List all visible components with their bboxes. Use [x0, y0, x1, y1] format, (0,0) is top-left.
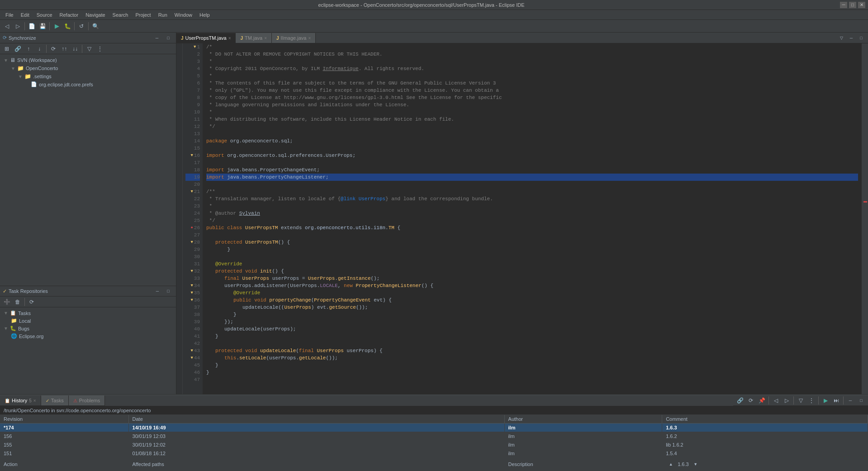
task-minimize-button[interactable]: ─: [152, 286, 162, 296]
menu-item-source[interactable]: Source: [33, 11, 56, 19]
svn-tree-root[interactable]: ▼ 🖥 SVN (Workspace): [2, 56, 174, 64]
editor-maximize-btn[interactable]: □: [856, 33, 866, 43]
openconcerto-chevron[interactable]: ▼: [11, 66, 15, 71]
history-tb-next[interactable]: ▷: [782, 396, 792, 405]
settings-item[interactable]: ▼ 📁 .settings: [16, 72, 174, 80]
tab-close-iimage[interactable]: ×: [308, 36, 311, 41]
history-tb-filter[interactable]: ▽: [796, 396, 806, 405]
code-line-46: }: [206, 369, 858, 376]
comment-arrow-down[interactable]: ▼: [691, 459, 701, 469]
history-row-174[interactable]: *174 14/10/19 16:49 ilm 1.6.3: [0, 424, 868, 432]
prefs-file-item[interactable]: 📄 org.eclipse.jdt.core.prefs: [24, 80, 174, 88]
tasks-tab[interactable]: ✓ Tasks: [41, 396, 69, 405]
menu-item-run[interactable]: Run: [155, 11, 171, 19]
menu-item-refactor[interactable]: Refactor: [56, 11, 82, 19]
code-line-19: import java.beans.PropertyChangeListener…: [206, 174, 858, 181]
svn-tb-update[interactable]: ↓↓: [70, 44, 80, 54]
comment-174: 1.6.3: [662, 424, 868, 432]
history-tb-skip[interactable]: ⏭: [831, 396, 841, 405]
svn-tb-sync[interactable]: ⟳: [48, 44, 58, 54]
local-item[interactable]: 📁 Local: [9, 317, 174, 325]
svn-tb-link[interactable]: 🔗: [13, 44, 23, 54]
task-tb-sep: [24, 298, 25, 306]
toolbar-btn-run[interactable]: ▶: [52, 21, 62, 31]
history-row-156[interactable]: 156 30/01/19 12:03 ilm 1.6.2: [0, 432, 868, 441]
editor-tabs-overflow[interactable]: ▽: [836, 33, 846, 43]
svn-tb-commit[interactable]: ↑↑: [59, 44, 69, 54]
task-panel-header: ✓ Task Repositories ─ □: [0, 286, 176, 297]
svn-tb-collapse[interactable]: ⊞: [2, 44, 12, 54]
svn-root-icon: 🖥: [10, 57, 15, 63]
menu-item-help[interactable]: Help: [196, 11, 213, 19]
svn-tree-children: ▼ 📁 OpenConcerto ▼ 📁 .settings: [9, 64, 174, 88]
history-tb-pin[interactable]: 📌: [757, 396, 767, 405]
history-tb-sync[interactable]: ⟳: [746, 396, 756, 405]
task-tb-sync[interactable]: ⟳: [27, 297, 37, 307]
close-button[interactable]: ✕: [858, 2, 865, 8]
history-tb-more[interactable]: ⋮: [806, 396, 816, 405]
svn-tb-more[interactable]: ⋮: [95, 44, 105, 54]
history-row-155[interactable]: 155 30/01/19 12:02 ilm lib 1.6.2: [0, 441, 868, 449]
svn-maximize-button[interactable]: □: [163, 33, 173, 43]
menu-item-project[interactable]: Project: [132, 11, 154, 19]
task-tb-new[interactable]: ➕: [2, 297, 12, 307]
history-table[interactable]: Revision Date Author Comment *174 14/10/…: [0, 415, 868, 471]
problems-tab[interactable]: ⚠ Problems: [69, 396, 105, 405]
editor-tab-userprops[interactable]: J UserPropsTM.java ×: [176, 33, 236, 43]
bottom-minimize-btn[interactable]: ─: [845, 396, 855, 405]
prefs-file-icon: 📄: [31, 81, 37, 87]
bottom-maximize-btn[interactable]: □: [856, 396, 866, 405]
history-tb-play[interactable]: ▶: [821, 396, 830, 405]
menu-item-search[interactable]: Search: [109, 11, 132, 19]
editor-content[interactable]: ▼1 2 3 4 5 6 7 8 9 10 11 12 13 14: [176, 43, 868, 394]
toolbar-btn-search[interactable]: 🔍: [90, 21, 100, 31]
editor-tab-tm[interactable]: J TM.java ×: [236, 33, 272, 43]
history-tb-prev[interactable]: ◁: [771, 396, 781, 405]
code-line-38: }: [206, 311, 858, 318]
bugs-root[interactable]: ▼ 🐛 Bugs: [2, 325, 174, 332]
toolbar-btn-debug[interactable]: 🐛: [62, 21, 72, 31]
svn-tb-down[interactable]: ↓: [34, 44, 44, 54]
right-gutter: [862, 43, 868, 394]
code-line-29: }: [206, 246, 858, 253]
bugs-chevron[interactable]: ▼: [4, 326, 8, 331]
editor-tab-iimage[interactable]: J IImage.java ×: [272, 33, 316, 43]
eclipse-org-item[interactable]: 🌐 Eclipse.org: [9, 332, 174, 340]
comment-arrow-up[interactable]: ▲: [666, 459, 676, 469]
tasks-chevron[interactable]: ▼: [4, 311, 8, 316]
toolbar-btn-refresh[interactable]: ↺: [76, 21, 86, 31]
svn-tree-content: ▼ 🖥 SVN (Workspace) ▼ 📁 OpenConcerto ▼: [0, 54, 176, 285]
svn-minimize-button[interactable]: ─: [152, 33, 162, 43]
history-tab[interactable]: 📋 History 5 ×: [0, 396, 41, 405]
menu-item-window[interactable]: Window: [171, 11, 196, 19]
tab-close-userprops[interactable]: ×: [228, 36, 231, 41]
menu-item-navigate[interactable]: Navigate: [82, 11, 109, 19]
svn-tb-up[interactable]: ↑: [24, 44, 33, 54]
root-chevron[interactable]: ▼: [4, 58, 8, 63]
toolbar-btn-2[interactable]: ▷: [13, 21, 23, 31]
settings-chevron[interactable]: ▼: [18, 74, 23, 79]
task-tb-delete[interactable]: 🗑: [13, 297, 23, 307]
toolbar-btn-new[interactable]: 📄: [27, 21, 37, 31]
prefs-file-label: org.eclipse.jdt.core.prefs: [39, 82, 93, 87]
toolbar-btn-1[interactable]: ◁: [2, 21, 12, 31]
toolbar-btn-save[interactable]: 💾: [38, 21, 47, 31]
task-maximize-button[interactable]: □: [163, 286, 173, 296]
code-content[interactable]: /* * DO NOT ALTER OR REMOVE COPYRIGHT NO…: [203, 43, 862, 394]
editor-minimize-btn[interactable]: ─: [846, 33, 856, 43]
menu-item-file[interactable]: File: [2, 11, 17, 19]
tasks-root[interactable]: ▼ 📋 Tasks: [2, 309, 174, 317]
minimize-button[interactable]: ─: [840, 2, 847, 8]
history-tb-link[interactable]: 🔗: [735, 396, 745, 405]
toolbar-sep-2: [49, 22, 50, 30]
svn-openconcerto-item[interactable]: ▼ 📁 OpenConcerto: [9, 64, 174, 72]
settings-label: .settings: [33, 74, 52, 79]
svn-tb-filter[interactable]: ▽: [84, 44, 94, 54]
code-line-16: import org.openconcerto.sql.preferences.…: [206, 152, 858, 159]
maximize-button[interactable]: □: [849, 2, 856, 8]
menu-item-edit[interactable]: Edit: [17, 11, 33, 19]
tab-close-tm[interactable]: ×: [264, 36, 267, 41]
history-tab-close[interactable]: ×: [33, 398, 36, 403]
comment-156: 1.6.2: [662, 432, 868, 441]
history-row-151[interactable]: 151 01/08/18 16:12 ilm 1.5.4: [0, 449, 868, 458]
